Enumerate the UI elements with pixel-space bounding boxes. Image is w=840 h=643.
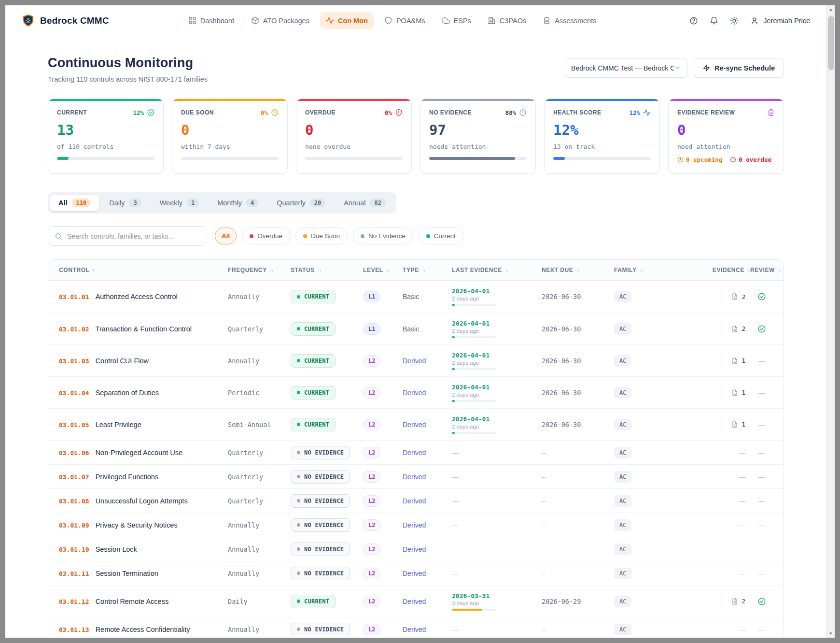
type-cell[interactable]: Derived	[403, 570, 452, 577]
resync-schedule-button[interactable]: Re-sync Schedule	[694, 58, 784, 78]
scroll-up-arrow-icon[interactable]: ▲	[829, 5, 833, 14]
table-row[interactable]: 03.01.10 Session Lock Annually NO EVIDEN…	[48, 537, 784, 561]
control-code: 03.01.03	[59, 357, 89, 365]
help-icon[interactable]	[689, 16, 698, 25]
type-cell[interactable]: Derived	[403, 357, 452, 365]
nav-item-assessments[interactable]: Assessments	[537, 12, 602, 29]
type-cell[interactable]: Derived	[403, 497, 452, 505]
evidence-count-cell[interactable]: 1	[704, 389, 750, 396]
control-cell[interactable]: 03.01.05 Least Privilege	[59, 421, 228, 429]
stat-card-due-soon[interactable]: DUE SOON 0% 0 within 7 days	[172, 99, 288, 174]
control-cell[interactable]: 03.01.03 Control CUI Flow	[59, 357, 228, 365]
search-box[interactable]	[48, 226, 206, 246]
stat-card-overdue[interactable]: OVERDUE 0% 0 none overdue	[296, 99, 412, 174]
user-menu[interactable]: Jeremiah Price	[750, 16, 810, 25]
vertical-scrollbar[interactable]: ▲ ▼	[826, 5, 835, 638]
type-cell[interactable]: Derived	[403, 545, 452, 553]
status-pill: CURRENT	[291, 386, 336, 400]
nav-item-c3paos[interactable]: C3PAOs	[482, 12, 532, 29]
type-cell[interactable]: Basic	[403, 293, 452, 300]
control-cell[interactable]: 03.01.04 Separation of Duties	[59, 389, 228, 397]
tab-monthly[interactable]: Monthly 4	[209, 195, 266, 211]
table-row[interactable]: 03.01.05 Least Privilege Semi-Annual CUR…	[48, 408, 784, 440]
column-header-review[interactable]: REVIEW↑↓	[750, 267, 781, 273]
tab-all[interactable]: All 110	[50, 195, 99, 211]
type-cell[interactable]: Basic	[403, 325, 452, 333]
table-row[interactable]: 03.01.03 Control CUI Flow Annually CURRE…	[48, 344, 784, 376]
type-cell[interactable]: Derived	[403, 598, 452, 605]
column-header-status[interactable]: STATUS↑↓	[291, 267, 363, 273]
nav-item-esps[interactable]: ESPs	[436, 12, 477, 29]
nav-item-dashboard[interactable]: Dashboard	[182, 12, 240, 29]
control-cell[interactable]: 03.01.01 Authorized Access Control	[59, 293, 228, 300]
filter-pill-overdue[interactable]: Overdue	[242, 228, 290, 244]
table-row[interactable]: 03.01.02 Transaction & Function Control …	[48, 313, 784, 344]
column-header-evidence[interactable]: EVIDENCE↑↓	[704, 267, 750, 273]
tab-annual[interactable]: Annual 82	[336, 195, 394, 211]
stat-card-health-score[interactable]: HEALTH SCORE 12% 12% 13 on track	[544, 99, 660, 174]
review-cell[interactable]	[750, 597, 773, 606]
evidence-count-cell[interactable]: 1	[704, 421, 750, 428]
table-row[interactable]: 03.01.13 Remote Access Confidentiality A…	[48, 617, 784, 638]
control-cell[interactable]: 03.01.13 Remote Access Confidentiality	[59, 626, 228, 633]
table-row[interactable]: 03.01.06 Non-Privileged Account Use Quar…	[48, 440, 784, 464]
sun-icon[interactable]	[730, 16, 739, 25]
control-cell[interactable]: 03.01.10 Session Lock	[59, 545, 228, 553]
nav-item-ato-packages[interactable]: ATO Packages	[245, 12, 315, 29]
filter-pill-due-soon[interactable]: Due Soon	[295, 228, 348, 244]
filter-pill-current[interactable]: Current	[419, 228, 463, 244]
column-header-last-evidence[interactable]: LAST EVIDENCE↑↓	[452, 267, 542, 273]
evidence-count-cell[interactable]: 2	[704, 325, 750, 332]
control-cell[interactable]: 03.01.08 Unsuccessful Logon Attempts	[59, 497, 228, 505]
tab-quarterly[interactable]: Quarterly 20	[268, 195, 334, 211]
filter-pill-all[interactable]: All	[215, 228, 237, 244]
package-selector[interactable]: Bedrock CMMC Test — Bedrock CN	[565, 58, 687, 78]
table-row[interactable]: 03.01.08 Unsuccessful Logon Attempts Qua…	[48, 488, 784, 513]
column-header-next-due[interactable]: NEXT DUE↑↓	[542, 267, 614, 273]
scroll-down-arrow-icon[interactable]: ▼	[829, 629, 833, 638]
table-row[interactable]: 03.01.11 Session Termination Annually NO…	[48, 561, 784, 585]
control-cell[interactable]: 03.01.02 Transaction & Function Control	[59, 325, 228, 333]
stat-card-evidence-review[interactable]: EVIDENCE REVIEW 0 need attention 0 upcom…	[668, 99, 784, 174]
type-cell[interactable]: Derived	[403, 449, 452, 457]
control-cell[interactable]: 03.01.06 Non-Privileged Account Use	[59, 449, 228, 457]
alert-circle-icon	[730, 157, 736, 163]
control-cell[interactable]: 03.01.09 Privacy & Security Notices	[59, 521, 228, 529]
review-cell[interactable]	[750, 325, 773, 333]
control-cell[interactable]: 03.01.12 Control Remote Access	[59, 598, 228, 605]
scrollbar-thumb[interactable]	[828, 16, 834, 70]
control-cell[interactable]: 03.01.11 Session Termination	[59, 570, 228, 577]
tab-daily[interactable]: Daily 3	[101, 195, 149, 211]
type-cell[interactable]: Derived	[403, 421, 452, 429]
evidence-count-cell[interactable]: 2	[704, 598, 750, 605]
nav-item-con-mon[interactable]: Con Mon	[320, 12, 374, 29]
evidence-count-cell[interactable]: 2	[704, 293, 750, 300]
control-cell[interactable]: 03.01.07 Privileged Functions	[59, 473, 228, 481]
filter-pill-no-evidence[interactable]: No Evidence	[353, 228, 413, 244]
brand[interactable]: Bedrock CMMC	[22, 14, 109, 27]
column-header-family[interactable]: FAMILY↑↓	[614, 267, 704, 273]
search-input[interactable]	[67, 232, 199, 240]
table-row[interactable]: 03.01.12 Control Remote Access Daily CUR…	[48, 585, 784, 617]
table-row[interactable]: 03.01.07 Privileged Functions Quarterly …	[48, 464, 784, 488]
stat-progress-track	[553, 157, 651, 160]
table-row[interactable]: 03.01.09 Privacy & Security Notices Annu…	[48, 513, 784, 537]
table-row[interactable]: 03.01.04 Separation of Duties Periodic C…	[48, 376, 784, 408]
stat-card-current[interactable]: CURRENT 12% 13 of 110 controls	[48, 99, 164, 174]
tab-weekly[interactable]: Weekly 1	[152, 195, 208, 211]
type-cell[interactable]: Derived	[403, 626, 452, 633]
nav-item-poa-ms[interactable]: POA&Ms	[378, 12, 431, 29]
column-header-frequency[interactable]: FREQUENCY↑↓	[228, 267, 291, 273]
review-cell[interactable]	[750, 292, 773, 301]
column-header-type[interactable]: TYPE↑↓	[403, 267, 452, 273]
table-row[interactable]: 03.01.01 Authorized Access Control Annua…	[48, 281, 784, 313]
column-header-control[interactable]: CONTROL↑	[59, 267, 228, 273]
evidence-count-cell[interactable]: 1	[704, 357, 750, 364]
type-cell[interactable]: Derived	[403, 389, 452, 397]
bell-icon[interactable]	[710, 16, 718, 25]
type-cell[interactable]: Derived	[403, 521, 452, 529]
stat-card-no-evidence[interactable]: NO EVIDENCE 88% 97 needs attention	[420, 99, 536, 174]
stat-progress-track	[181, 157, 279, 160]
type-cell[interactable]: Derived	[403, 473, 452, 481]
column-header-level[interactable]: LEVEL↑↓	[363, 267, 403, 273]
